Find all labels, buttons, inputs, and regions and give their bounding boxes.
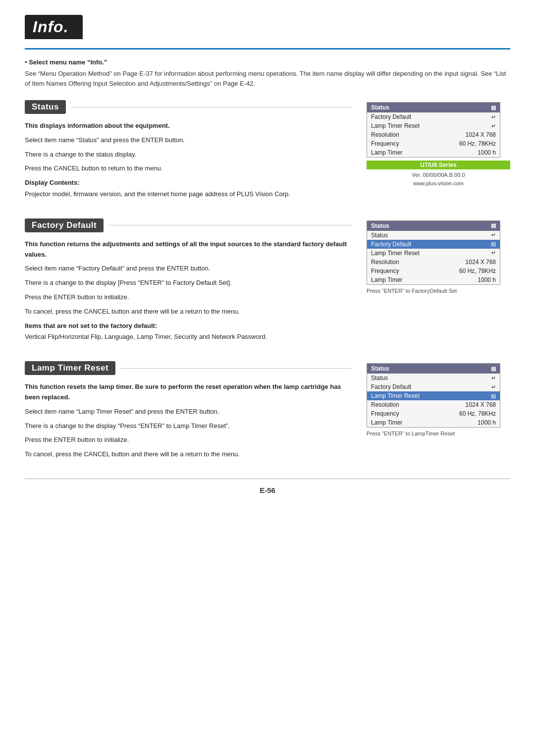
status-p2: There is a change to the status display. — [25, 150, 352, 160]
factory-default-section: Factory Default This function returns th… — [25, 218, 510, 346]
status-heading: This displays information about the equi… — [25, 122, 170, 129]
factory-p1: Select item name “Factory Default” and p… — [25, 264, 352, 274]
lamp-heading: This function resets the lamp timer. Be … — [25, 383, 341, 401]
factory-p4: To cancel, press the CANCEL button and t… — [25, 307, 352, 317]
status-p1: Select item name “Status” and press the … — [25, 135, 352, 146]
status-subtext: Projector model, firmware version, and t… — [25, 189, 352, 200]
status-website: www.plus-vision.com — [413, 180, 464, 186]
intro-bullet-text: Select menu name “Info.” — [29, 58, 107, 66]
lamp-row2-icon: ▤ — [491, 393, 496, 399]
factory-menu-row-2: Lamp Timer Reset ↵ — [367, 249, 500, 258]
status-left: Status This displays information about t… — [25, 100, 367, 204]
lamp-row1-icon: ↵ — [491, 384, 496, 390]
factory-row2-icon: ↵ — [491, 250, 496, 256]
status-menu-header: Status ▤ — [367, 103, 500, 112]
lamp-row2-label: Lamp Timer Reset — [371, 392, 491, 399]
bottom-divider — [25, 479, 510, 479]
lamp-menu-row-5: Lamp Timer 1000 h — [367, 418, 500, 427]
lamp-menu-panel: Status ▤ Status ↵ Factory Default ↵ Lamp… — [367, 363, 500, 428]
lamp-row0-label: Status — [371, 375, 491, 381]
factory-menu-panel: Status ▤ Status ↵ Factory Default ▤ Lamp… — [367, 220, 500, 285]
status-version: Ver. 00/00/00A.B.00.0 www.plus-vision.co… — [367, 171, 510, 187]
status-row0-label: Factory Default — [371, 113, 491, 120]
status-row1-icon: ↵ — [491, 123, 496, 129]
lamp-right: Status ▤ Status ↵ Factory Default ↵ Lamp… — [367, 361, 510, 464]
lamp-menu-header-icon: ▤ — [491, 366, 496, 372]
factory-title: Factory Default — [25, 218, 104, 232]
factory-header: Factory Default — [25, 218, 352, 232]
status-row4-val: 1000 h — [478, 149, 496, 156]
status-menu-row-4: Lamp Timer 1000 h — [367, 148, 500, 157]
status-version-text: Ver. 00/00/00A.B.00.0 — [412, 172, 465, 178]
lamp-menu-row-4: Frequency 60 Hz, 78KHz — [367, 409, 500, 418]
lamp-menu-header-label: Status — [371, 365, 491, 372]
status-p3: Press the CANCEL button to return to the… — [25, 163, 352, 174]
lamp-p1: Select item name “Lamp Timer Reset” and … — [25, 407, 352, 417]
factory-p3: Press the ENTER button to initialize. — [25, 292, 352, 303]
lamp-p3: Press the ENTER button to initialize. — [25, 435, 352, 445]
status-row2-val: 1024 X 768 — [466, 131, 496, 138]
factory-subheading: Items that are not set to the factory de… — [25, 321, 352, 331]
factory-enter-msg: Press “ENTER” to FactoryDefault Set — [367, 288, 510, 294]
status-subheading: Display Contents: — [25, 178, 352, 188]
factory-row2-label: Lamp Timer Reset — [371, 250, 491, 257]
lamp-row1-label: Factory Default — [371, 383, 491, 390]
factory-row4-val: 60 Hz, 78KHz — [459, 268, 496, 274]
status-menu-row-3: Frequency 60 Hz, 78KHz — [367, 139, 500, 148]
factory-subtext: Vertical Flip/Horizontal Flip, Language,… — [25, 332, 352, 342]
lamp-row5-val: 1000 h — [478, 419, 496, 426]
status-title: Status — [25, 100, 66, 114]
factory-menu-header: Status ▤ — [367, 221, 500, 231]
factory-menu-header-label: Status — [371, 222, 491, 229]
status-menu-row-1: Lamp Timer Reset ↵ — [367, 121, 500, 130]
factory-left: Factory Default This function returns th… — [25, 218, 367, 346]
factory-heading: This function returns the adjustments an… — [25, 240, 347, 258]
lamp-enter-msg: Press “ENTER” to LampTimer Reset — [367, 431, 510, 436]
status-row2-label: Resolution — [371, 131, 466, 138]
lamp-menu-header: Status ▤ — [367, 364, 500, 374]
lamp-menu-row-2: Lamp Timer Reset ▤ — [367, 391, 500, 400]
factory-row0-icon: ↵ — [491, 232, 496, 238]
lamp-left: Lamp Timer Reset This function resets th… — [25, 361, 367, 464]
lamp-timer-section: Lamp Timer Reset This function resets th… — [25, 361, 510, 464]
lamp-row4-label: Frequency — [371, 410, 459, 417]
lamp-row0-icon: ↵ — [491, 375, 496, 381]
blue-divider — [25, 48, 510, 50]
status-right: Status ▤ Factory Default ↵ Lamp Timer Re… — [367, 100, 510, 204]
factory-row5-val: 1000 h — [478, 276, 496, 283]
lamp-header: Lamp Timer Reset — [25, 361, 352, 375]
factory-p2: There is a change to the display [Press … — [25, 278, 352, 288]
lamp-row5-label: Lamp Timer — [371, 419, 478, 426]
factory-row3-val: 1024 X 768 — [466, 259, 496, 266]
intro-bullet: • Select menu name “Info.” — [25, 58, 510, 66]
page-number: E-56 — [25, 486, 510, 494]
lamp-p4: To cancel, press the CANCEL button and t… — [25, 449, 352, 460]
factory-row3-label: Resolution — [371, 259, 466, 266]
page-title-box: Info. — [25, 15, 83, 39]
factory-body: This function returns the adjustments an… — [25, 239, 352, 342]
status-section: Status This displays information about t… — [25, 100, 510, 204]
factory-row5-label: Lamp Timer — [371, 276, 478, 283]
factory-menu-row-1: Factory Default ▤ — [367, 240, 500, 249]
intro-text: See “Menu Operation Method” on Page E-37… — [25, 69, 510, 88]
lamp-row4-val: 60 Hz, 78KHz — [459, 410, 496, 417]
bullet-dot: • — [25, 58, 29, 66]
factory-row1-label: Factory Default — [371, 241, 491, 248]
factory-line — [108, 225, 352, 225]
lamp-p2: There is a change to the display “Press … — [25, 421, 352, 432]
status-menu-panel: Status ▤ Factory Default ↵ Lamp Timer Re… — [367, 102, 500, 158]
status-line — [71, 107, 352, 108]
status-row4-label: Lamp Timer — [371, 149, 478, 156]
factory-menu-header-icon: ▤ — [491, 222, 496, 229]
factory-menu-row-0: Status ↵ — [367, 231, 500, 240]
factory-menu-row-4: Frequency 60 Hz, 78KHz — [367, 267, 500, 275]
status-row3-label: Frequency — [371, 140, 459, 147]
status-row1-label: Lamp Timer Reset — [371, 122, 491, 129]
lamp-row3-label: Resolution — [371, 401, 466, 408]
status-row3-val: 60 Hz, 78KHz — [459, 140, 496, 147]
status-menu-row-2: Resolution 1024 X 768 — [367, 130, 500, 139]
lamp-body: This function resets the lamp timer. Be … — [25, 382, 352, 460]
factory-menu-row-3: Resolution 1024 X 768 — [367, 258, 500, 267]
status-menu-row-0: Factory Default ↵ — [367, 112, 500, 121]
lamp-line — [120, 368, 352, 369]
